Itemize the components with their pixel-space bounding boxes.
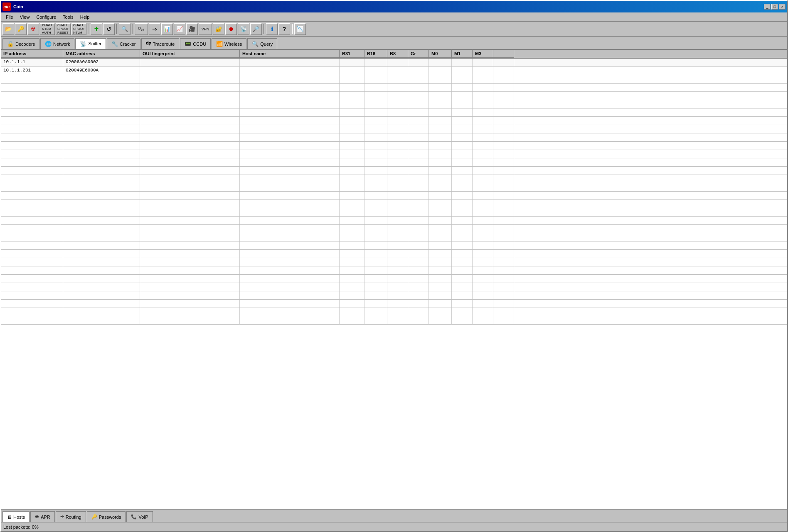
table-cell xyxy=(364,67,387,75)
toolbar-separator-1 xyxy=(88,24,89,34)
tab-ccdu[interactable]: 📟 CCDU xyxy=(180,38,211,49)
table-cell xyxy=(473,59,493,66)
bottom-tab-passwords[interactable]: 🔑 Passwords xyxy=(87,511,126,522)
table-cell xyxy=(408,59,429,66)
menu-tools[interactable]: Tools xyxy=(59,14,77,20)
chall-ntlm-icon: CHALLSPOOFNTLM xyxy=(73,23,85,34)
col-hostname[interactable]: Host name xyxy=(240,50,340,58)
toolbar-folder-button[interactable]: 📂 xyxy=(2,23,14,35)
tab-cracker[interactable]: 🔧 Cracker xyxy=(107,38,140,49)
globe-icon: ☢ xyxy=(31,26,36,32)
routing-tab-label: Routing xyxy=(66,515,81,520)
table-cell xyxy=(240,59,340,66)
col-b31[interactable]: B31 xyxy=(340,50,364,58)
toolbar-stats-button[interactable]: 📉 xyxy=(294,23,306,35)
toolbar-decode-button[interactable]: ⇒ xyxy=(149,23,160,35)
tab-traceroute[interactable]: 🗺 Traceroute xyxy=(141,38,180,49)
sniffer-tab-icon: 📡 xyxy=(80,41,86,47)
toolbar-graph-button[interactable]: 📊 xyxy=(161,23,173,35)
toolbar-key-button[interactable]: 🔑 xyxy=(15,23,27,35)
col-oui[interactable]: OUI fingerprint xyxy=(140,50,240,58)
empty-table-row xyxy=(1,217,787,225)
title-bar-buttons: _ □ × xyxy=(764,4,786,10)
maximize-button[interactable]: □ xyxy=(771,4,778,10)
toolbar-chall-ntlm-button[interactable]: CHALLSPOOFNTLM xyxy=(71,23,86,35)
bottom-tab-voip[interactable]: 📞 VoIP xyxy=(126,511,153,522)
toolbar-scan-button[interactable]: 🔍 xyxy=(119,23,131,35)
status-label: Lost packets: xyxy=(3,525,30,530)
minimize-button[interactable]: _ xyxy=(764,4,771,10)
info-icon: ℹ xyxy=(271,26,273,32)
menu-file[interactable]: File xyxy=(2,14,17,20)
table-cell xyxy=(387,67,408,75)
menu-help[interactable]: Help xyxy=(77,14,93,20)
voip-tab-label: VoIP xyxy=(138,515,148,520)
toolbar-refresh-button[interactable]: ↺ xyxy=(103,23,115,35)
window-title: Cain xyxy=(13,4,764,9)
col-m0[interactable]: M0 xyxy=(429,50,452,58)
toolbar-cert-button[interactable]: 🔐 xyxy=(213,23,224,35)
status-bar: Lost packets: 0% xyxy=(1,522,787,531)
toolbar-capture-button[interactable]: 🎥 xyxy=(186,23,198,35)
empty-table-row xyxy=(1,175,787,183)
record-icon: ⏺ xyxy=(229,26,234,32)
empty-table-row xyxy=(1,142,787,150)
col-m3[interactable]: M3 xyxy=(473,50,493,58)
col-b16[interactable]: B16 xyxy=(364,50,387,58)
col-gr[interactable]: Gr xyxy=(408,50,429,58)
add-icon: + xyxy=(94,25,99,33)
tab-sniffer[interactable]: 📡 Sniffer xyxy=(75,38,106,49)
toolbar-search-button[interactable]: 🔎 xyxy=(250,23,262,35)
toolbar-vpn-button[interactable]: VPN xyxy=(199,23,212,35)
apr-tab-label: APR xyxy=(41,515,50,520)
tab-decoders[interactable]: 🔓 Decoders xyxy=(2,38,39,49)
toolbar-wireless-button[interactable]: 📡 xyxy=(238,23,249,35)
toolbar-help-button[interactable]: ? xyxy=(278,23,290,35)
toolbar-chall-auth-button[interactable]: CHALLNTLMAUTH xyxy=(40,23,55,35)
empty-table-row xyxy=(1,250,787,258)
decoders-tab-label: Decoders xyxy=(15,42,35,47)
table-header: IP address MAC address OUI fingerprint H… xyxy=(1,50,787,59)
toolbar-globe-button[interactable]: ☢ xyxy=(27,23,39,35)
cert-icon: 🔐 xyxy=(215,26,222,32)
tab-network[interactable]: 🌐 Network xyxy=(40,38,74,49)
toolbar-b64-button[interactable]: B64 xyxy=(135,23,148,35)
col-mac[interactable]: MAC address xyxy=(63,50,140,58)
search-icon: 🔎 xyxy=(253,26,259,32)
close-button[interactable]: × xyxy=(779,4,786,10)
bottom-tab-apr[interactable]: ☢ APR xyxy=(30,511,55,522)
table-cell xyxy=(493,59,514,66)
table-cell xyxy=(429,59,452,66)
toolbar-info-button[interactable]: ℹ xyxy=(266,23,278,35)
traceroute-tab-icon: 🗺 xyxy=(146,41,151,47)
toolbar-graph2-button[interactable]: 📈 xyxy=(174,23,185,35)
col-m1[interactable]: M1 xyxy=(452,50,473,58)
empty-table-row xyxy=(1,158,787,167)
col-b8[interactable]: B8 xyxy=(387,50,408,58)
toolbar-separator-5 xyxy=(292,24,293,34)
chall-spoof-icon: CHALLSPOOFRESET xyxy=(57,23,69,34)
toolbar-add-button[interactable]: + xyxy=(91,23,102,35)
table-cell xyxy=(408,67,429,75)
empty-table-row xyxy=(1,308,787,316)
tab-wireless[interactable]: 📶 Wireless xyxy=(212,38,246,49)
toolbar-record-button[interactable]: ⏺ xyxy=(225,23,237,35)
col-ip[interactable]: IP address xyxy=(1,50,63,58)
empty-table-row xyxy=(1,133,787,142)
toolbar-separator-4 xyxy=(263,24,264,34)
tab-query[interactable]: 🔍 Query xyxy=(247,38,277,49)
table-row[interactable]: 10.1.1.231020049E6000A xyxy=(1,67,787,75)
menu-configure[interactable]: Configure xyxy=(33,14,59,20)
bottom-tab-hosts[interactable]: 🖥 Hosts xyxy=(2,511,30,522)
refresh-icon: ↺ xyxy=(106,26,111,32)
query-tab-icon: 🔍 xyxy=(252,41,259,47)
menu-view[interactable]: View xyxy=(17,14,33,20)
toolbar-chall-spoof-button[interactable]: CHALLSPOOFRESET xyxy=(56,23,71,35)
table-cell xyxy=(340,67,364,75)
cracker-tab-icon: 🔧 xyxy=(111,41,118,47)
bottom-tab-routing[interactable]: ✛ Routing xyxy=(56,511,86,522)
col-extra xyxy=(493,50,514,58)
table-row[interactable]: 10.1.1.102006A0A0002 xyxy=(1,59,787,67)
table-cell xyxy=(340,59,364,66)
capture-icon: 🎥 xyxy=(189,26,195,32)
